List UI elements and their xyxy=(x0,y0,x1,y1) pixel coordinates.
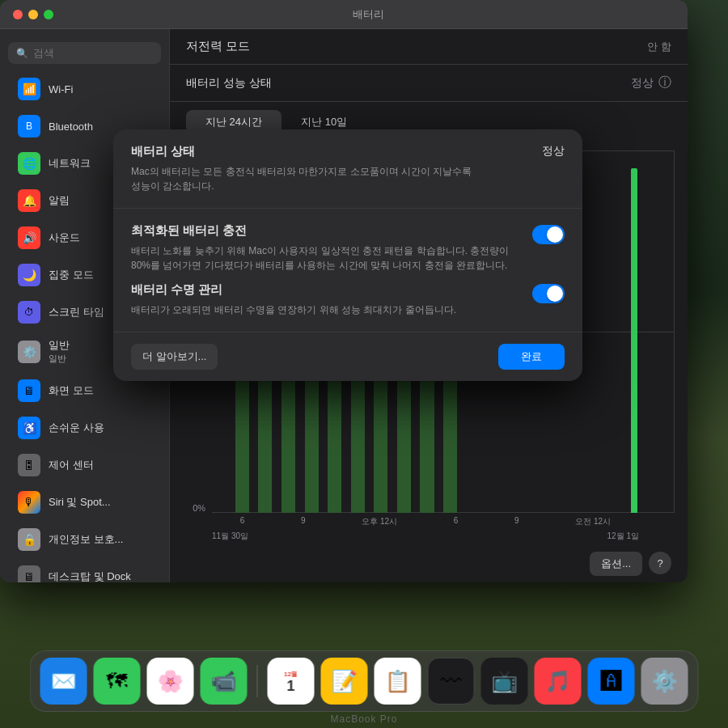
sidebar-item-privacy[interactable]: 🔒 개인정보 보호... xyxy=(5,522,164,557)
x-label-4: 6 xyxy=(454,516,459,527)
sidebar-label-wifi: Wi-Fi xyxy=(49,83,73,95)
power-mode-value: 안 함 xyxy=(647,40,671,54)
screentime-icon: ⏱ xyxy=(18,301,40,324)
battery-health-title: 배터리 수명 관리 xyxy=(131,282,519,298)
sidebar-item-wifi[interactable]: 📶 Wi-Fi xyxy=(5,71,164,107)
optimized-charging-text: 최적화된 배터리 충전 배터리 노화를 늦추기 위해 Mac이 사용자의 일상적… xyxy=(131,223,519,273)
options-button[interactable]: 옵션... xyxy=(590,552,642,576)
info-icon: ⓘ xyxy=(658,74,671,91)
done-button[interactable]: 완료 xyxy=(498,344,565,370)
sidebar-item-accessibility[interactable]: ♿ 손쉬운 사용 xyxy=(5,410,164,446)
sidebar-label-bluetooth: Bluetooth xyxy=(49,121,93,133)
maximize-button[interactable] xyxy=(44,10,53,19)
battery-status-row: 배터리 상태 정상 xyxy=(131,144,565,164)
dock-item-appstore[interactable]: 🅰 xyxy=(588,658,635,705)
power-mode-label: 저전력 모드 xyxy=(186,39,250,54)
sidebar-label-privacy: 개인정보 보호... xyxy=(49,532,123,547)
battery-health-management-text: 배터리 수명 관리 배터리가 오래되면 배터리 수명을 연장하기 위해 성능 최… xyxy=(131,282,519,317)
sidebar-label-controlcenter: 제어 센터 xyxy=(49,458,94,472)
sidebar-label-focus: 집중 모드 xyxy=(49,268,94,282)
optimized-charging-title: 최적화된 배터리 충전 xyxy=(131,223,519,239)
chart-date-labels: 11월 30일 12월 1일 xyxy=(170,531,688,545)
chart-x-labels: 6 9 오후 12시 6 9 오전 12시 xyxy=(170,513,688,531)
dock-item-notes[interactable]: 📝 xyxy=(321,658,368,705)
dock-item-freeform[interactable]: 〰 xyxy=(428,658,475,705)
battery-health-label: 배터리 성능 상태 xyxy=(186,76,272,91)
dock-item-calendar[interactable]: 12월 1 xyxy=(268,658,315,705)
controlcenter-icon: 🎛 xyxy=(18,454,40,476)
optimized-charging-section: 최적화된 배터리 충전 배터리 노화를 늦추기 위해 Mac이 사용자의 일상적… xyxy=(113,209,582,332)
sidebar-label-general: 일반 xyxy=(49,338,70,353)
optimized-charging-body: 배터리 노화를 늦추기 위해 Mac이 사용자의 일상적인 충전 패턴을 학습합… xyxy=(131,243,519,273)
x-label-3: 오후 12시 xyxy=(362,516,397,527)
macbook-pro-label: MacBook Pro xyxy=(330,713,397,725)
focus-icon: 🌙 xyxy=(18,264,40,286)
sound-icon: 🔊 xyxy=(18,226,40,249)
dock-item-mail[interactable]: ✉️ xyxy=(40,658,87,705)
sidebar-label-screentime: 스크린 타임 xyxy=(49,305,104,320)
x-label-2: 9 xyxy=(301,516,306,527)
battery-status-section: 배터리 상태 정상 Mac의 배터리는 모든 충전식 배터리와 마한가지로 소모… xyxy=(113,129,582,209)
dock-separator xyxy=(257,665,258,697)
battery-health-row: 배터리 성능 상태 정상 ⓘ xyxy=(170,65,688,102)
general-icon: ⚙️ xyxy=(18,341,40,363)
search-icon: 🔍 xyxy=(16,48,28,59)
accessibility-icon: ♿ xyxy=(18,417,40,439)
sidebar-item-controlcenter[interactable]: 🎛 제어 센터 xyxy=(5,447,164,483)
battery-health-toggle[interactable] xyxy=(532,284,565,303)
battery-status-title: 배터리 상태 xyxy=(131,144,195,159)
battery-health-management-row: 배터리 수명 관리 배터리가 오래되면 배터리 수명을 연장하기 위해 성능 최… xyxy=(131,282,565,317)
sidebar-label-notifications: 알림 xyxy=(49,193,70,208)
privacy-icon: 🔒 xyxy=(18,528,40,551)
battery-health-body: 배터리가 오래되면 배터리 수명을 연장하기 위해 성능 최대치가 줄어듭니다. xyxy=(131,303,519,317)
optimized-charging-toggle[interactable] xyxy=(532,225,565,244)
sidebar-sub-general: 일반 xyxy=(49,353,70,365)
power-mode-row: 저전력 모드 안 함 xyxy=(170,29,688,65)
battery-modal: 배터리 상태 정상 Mac의 배터리는 모든 충전식 배터리와 마한가지로 소모… xyxy=(113,129,582,381)
dock: ✉️ 🗺 🌸 📹 12월 1 📝 📋 〰 📺 🎵 🅰 ⚙️ xyxy=(30,650,699,712)
wifi-icon: 📶 xyxy=(18,78,40,100)
sidebar-label-display: 화면 모드 xyxy=(49,383,94,398)
chart-right-border xyxy=(674,150,675,513)
sidebar-label-desktop: 데스크탑 및 Dock xyxy=(49,569,131,582)
display-icon: 🖥 xyxy=(18,379,40,402)
dock-item-systemprefs[interactable]: ⚙️ xyxy=(641,658,688,705)
battery-status-badge: 정상 xyxy=(542,144,565,159)
chart-y-0: 0% xyxy=(193,503,205,513)
minimize-button[interactable] xyxy=(28,10,38,19)
battery-modal-footer: 더 알아보기... 완료 xyxy=(113,332,582,381)
dock-item-maps[interactable]: 🗺 xyxy=(94,658,141,705)
dock-item-facetime[interactable]: 📹 xyxy=(201,658,248,705)
search-box[interactable]: 🔍 xyxy=(8,42,161,64)
bottom-bar: 옵션... ? xyxy=(170,545,688,582)
search-input[interactable] xyxy=(33,47,153,59)
learn-more-button[interactable]: 더 알아보기... xyxy=(131,344,218,370)
network-icon: 🌐 xyxy=(18,152,40,175)
notifications-icon: 🔔 xyxy=(18,189,40,212)
sidebar-label-sound: 사운드 xyxy=(49,231,80,245)
bluetooth-icon: B xyxy=(18,115,40,138)
sidebar-item-siri[interactable]: 🎙 Siri 및 Spot... xyxy=(5,485,164,520)
battery-status-body: Mac의 배터리는 모든 충전식 배터리와 마한가지로 소모품이며 시간이 지날… xyxy=(131,164,565,193)
dock-item-appletv[interactable]: 📺 xyxy=(481,658,528,705)
chart-bar-highlight xyxy=(631,168,637,513)
dock-item-music[interactable]: 🎵 xyxy=(535,658,582,705)
date-label-1: 11월 30일 xyxy=(212,531,248,542)
sidebar-label-network: 네트워크 xyxy=(49,156,91,171)
help-button[interactable]: ? xyxy=(649,552,671,574)
sidebar-label-accessibility: 손쉬운 사용 xyxy=(49,421,104,435)
window-title: 배터리 xyxy=(353,7,384,22)
window-toolbar: 배터리 xyxy=(0,0,688,29)
dock-item-reminders[interactable]: 📋 xyxy=(375,658,421,705)
sidebar-label-siri: Siri 및 Spot... xyxy=(49,495,111,510)
desktop-icon: 🖥 xyxy=(18,565,40,582)
battery-health-value: 정상 xyxy=(631,76,654,91)
dock-item-photos[interactable]: 🌸 xyxy=(147,658,194,705)
sidebar-item-desktop[interactable]: 🖥 데스크탑 및 Dock xyxy=(5,559,164,582)
close-button[interactable] xyxy=(13,10,23,19)
optimized-charging-row: 최적화된 배터리 충전 배터리 노화를 늦추기 위해 Mac이 사용자의 일상적… xyxy=(131,223,565,273)
x-label-6: 오전 12시 xyxy=(575,516,611,527)
date-label-2: 12월 1일 xyxy=(607,531,639,542)
x-label-5: 9 xyxy=(514,516,519,527)
x-label-1: 6 xyxy=(240,516,245,527)
